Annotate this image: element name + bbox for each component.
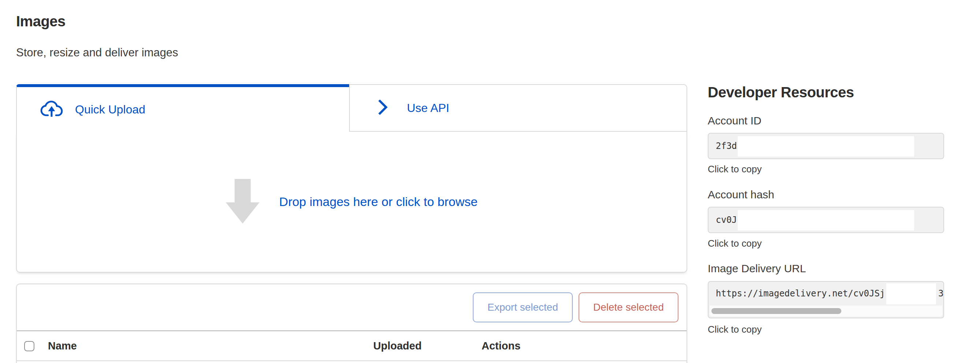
delete-selected-button[interactable]: Delete selected <box>579 292 678 322</box>
table-header-row: Name Uploaded Actions <box>17 331 687 361</box>
image-drop-zone[interactable]: Drop images here or click to browse <box>16 132 687 272</box>
sidebar-title: Developer Resources <box>708 83 854 101</box>
image-delivery-url-label: Image Delivery URL <box>708 262 806 275</box>
account-id-redaction <box>738 136 914 157</box>
cloud-upload-icon <box>40 100 63 118</box>
account-id-copy-hint: Click to copy <box>708 163 762 175</box>
page-subtitle: Store, resize and deliver images <box>16 46 178 59</box>
chevron-right-icon <box>378 99 388 118</box>
image-delivery-url-value: https://imagedelivery.net/cv0JSj <box>716 288 885 299</box>
column-header-actions: Actions <box>482 340 520 352</box>
tab-quick-upload[interactable]: Quick Upload <box>16 84 349 132</box>
tab-use-api[interactable]: Use API <box>349 84 687 132</box>
export-selected-button[interactable]: Export selected <box>473 292 573 322</box>
drop-zone-label: Drop images here or click to browse <box>279 195 477 209</box>
horizontal-scrollbar-thumb[interactable] <box>711 308 841 314</box>
image-delivery-url-field[interactable]: https://imagedelivery.net/cv0JSj 3 <box>708 281 944 318</box>
image-delivery-url-fragment: 3 <box>938 288 943 299</box>
account-id-field[interactable]: 2f3d <box>708 133 944 159</box>
column-header-name: Name <box>48 340 77 352</box>
column-header-uploaded: Uploaded <box>373 340 422 352</box>
image-delivery-url-redaction <box>886 283 936 304</box>
account-hash-copy-hint: Click to copy <box>708 237 762 249</box>
bulk-actions-toolbar: Export selected Delete selected <box>17 284 687 331</box>
account-hash-field[interactable]: cv0J <box>708 207 944 233</box>
horizontal-scrollbar-track <box>710 306 942 317</box>
page-title: Images <box>16 13 65 30</box>
account-hash-redaction <box>738 210 914 231</box>
image-delivery-url-code-row: https://imagedelivery.net/cv0JSj 3 <box>708 282 943 305</box>
arrow-down-icon <box>226 179 259 225</box>
tab-quick-upload-label: Quick Upload <box>75 103 145 116</box>
account-id-label: Account ID <box>708 114 762 127</box>
tab-use-api-label: Use API <box>407 101 449 115</box>
account-hash-label: Account hash <box>708 188 774 201</box>
image-delivery-url-copy-hint: Click to copy <box>708 323 762 335</box>
account-hash-value: cv0J <box>716 215 737 225</box>
account-id-value: 2f3d <box>716 141 737 151</box>
developer-resources-sidebar: Developer Resources Account ID 2f3d Clic… <box>708 0 944 363</box>
select-all-checkbox[interactable] <box>24 341 34 351</box>
image-list-panel: Export selected Delete selected Name Upl… <box>16 283 687 363</box>
upload-tabs: Quick Upload Use API <box>16 84 687 132</box>
